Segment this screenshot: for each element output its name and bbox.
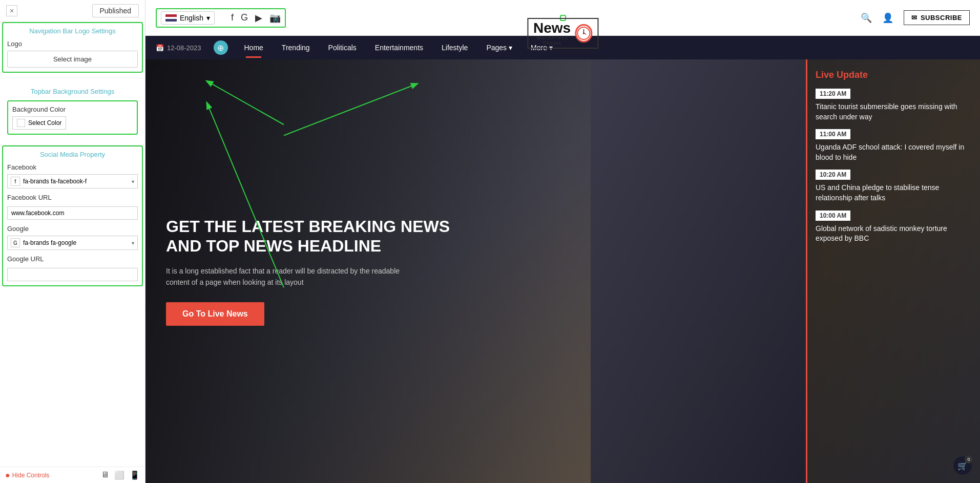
- compass-container: ⊕: [214, 40, 228, 55]
- news-time-2: 11:00 AM: [816, 129, 850, 139]
- nav-date-text: 12-08-2023: [167, 44, 201, 52]
- select-image-button[interactable]: Select image: [7, 51, 138, 68]
- nav-pages-arrow: ▾: [509, 44, 512, 52]
- social-media-section: Social Media Property Facebook f fa-bran…: [2, 145, 143, 286]
- topbar-bg-section: Topbar Background Settings Background Co…: [0, 81, 145, 145]
- facebook-label: Facebook: [7, 163, 138, 171]
- cart-badge[interactable]: 🛒 0: [953, 456, 972, 475]
- hide-controls-dot: ●: [5, 471, 10, 480]
- hero-section: GET THE LATEST BREAKING NEWS AND TOP NEW…: [145, 59, 980, 483]
- facebook-select[interactable]: f fa-brands fa-facebook-f ▾: [7, 174, 138, 188]
- google-select-arrow: ▾: [132, 240, 134, 246]
- nav-date: 📅 12-08-2023: [156, 44, 201, 52]
- flag-icon: [165, 14, 177, 22]
- facebook-icon-box: f: [11, 177, 20, 186]
- close-panel-button[interactable]: ×: [6, 5, 17, 16]
- facebook-select-arrow: ▾: [132, 179, 134, 184]
- hide-controls-button[interactable]: ● Hide Controls: [5, 471, 49, 480]
- social-icons-header: f G ▶ 📷: [231, 12, 281, 24]
- language-selector[interactable]: English ▾: [161, 11, 215, 25]
- tablet-icon[interactable]: ⬜: [114, 470, 124, 480]
- google-select-value: fa-brands fa-google: [23, 239, 76, 246]
- news-item-1: 11:20 AM Titanic tourist submersible goe…: [816, 89, 972, 122]
- color-swatch: [17, 119, 25, 127]
- news-item-2: 11:00 AM Uganda ADF school attack: I cov…: [816, 129, 972, 162]
- social-media-title: Social Media Property: [7, 151, 138, 158]
- lang-social-outline: English ▾ f G ▶ 📷: [156, 8, 286, 28]
- live-update-panel: Live Update 11:20 AM Titanic tourist sub…: [806, 59, 980, 483]
- subscribe-button[interactable]: ✉ SUBSCRIBE: [904, 10, 970, 25]
- lang-label: English: [180, 14, 203, 22]
- facebook-header-icon[interactable]: f: [231, 12, 234, 23]
- logo-subtitle: WordPress Theme: [533, 35, 572, 46]
- youtube-header-icon[interactable]: ▶: [255, 12, 262, 24]
- news-text-4: Global network of sadistic monkey tortur…: [816, 224, 972, 244]
- google-url-input[interactable]: [7, 268, 138, 281]
- nav-trending-label: Trending: [282, 44, 310, 52]
- cart-count: 0: [965, 455, 973, 464]
- logo-outline: News WordPress Theme: [560, 15, 566, 21]
- header-user-icon[interactable]: 👤: [882, 12, 893, 24]
- bg-color-section: Background Color Select Color: [7, 100, 138, 135]
- news-item-4: 10:00 AM Global network of sadistic monk…: [816, 211, 972, 244]
- device-icons-group: 🖥 ⬜ 📱: [101, 470, 140, 480]
- news-time-4: 10:00 AM: [816, 211, 850, 221]
- nav-politicals-label: Politicals: [328, 44, 357, 52]
- nav-item-lifestyle[interactable]: Lifestyle: [432, 37, 477, 58]
- header-right: 🔍 👤 ✉ SUBSCRIBE: [861, 10, 970, 25]
- panel-bottom-bar: ● Hide Controls 🖥 ⬜ 📱: [0, 467, 145, 483]
- subscribe-envelope-icon: ✉: [911, 14, 918, 22]
- nav-item-trending[interactable]: Trending: [273, 37, 319, 58]
- hero-subtitle: It is a long established fact that a rea…: [166, 265, 402, 288]
- hero-title: GET THE LATEST BREAKING NEWS AND TOP NEW…: [166, 217, 473, 256]
- google-label: Google: [7, 225, 138, 233]
- svg-point-3: [583, 32, 585, 34]
- logo-text-block: News WordPress Theme: [533, 21, 572, 46]
- nav-items: Home Trending Politicals Entertainments …: [235, 37, 970, 58]
- left-settings-panel: × Published Navigation Bar Logo Settings…: [0, 0, 145, 483]
- header-search-icon[interactable]: 🔍: [861, 12, 872, 24]
- logo-text: News: [533, 21, 572, 35]
- nav-item-home[interactable]: Home: [235, 37, 273, 58]
- nav-item-pages[interactable]: Pages ▾: [477, 37, 522, 58]
- nav-item-politicals[interactable]: Politicals: [319, 37, 366, 58]
- news-item-3: 10:20 AM US and China pledge to stabilis…: [816, 170, 972, 203]
- site-header: English ▾ f G ▶ 📷 News WordPress Theme: [145, 0, 980, 36]
- news-text-2: Uganda ADF school attack: I covered myse…: [816, 142, 972, 162]
- logo-label: Logo: [7, 40, 138, 48]
- select-color-button[interactable]: Select Color: [12, 116, 66, 130]
- panel-top-bar: × Published: [0, 0, 145, 22]
- topbar-bg-settings-title: Topbar Background Settings: [5, 88, 140, 95]
- instagram-header-icon[interactable]: 📷: [269, 12, 281, 24]
- nav-pages-label: Pages: [486, 44, 507, 52]
- nav-item-entertainments[interactable]: Entertainments: [366, 37, 432, 58]
- lang-arrow: ▾: [206, 14, 210, 22]
- logo-clock-icon: [575, 24, 592, 43]
- facebook-url-input[interactable]: [7, 206, 138, 220]
- site-logo: News WordPress Theme: [527, 18, 598, 49]
- reporter-figure: [591, 59, 806, 483]
- go-to-live-news-button[interactable]: Go To Live News: [166, 302, 264, 326]
- hide-controls-label: Hide Controls: [12, 472, 50, 479]
- facebook-url-label: Facebook URL: [7, 194, 138, 201]
- google-header-icon[interactable]: G: [241, 12, 248, 23]
- compass-icon[interactable]: ⊕: [214, 40, 228, 55]
- news-text-3: US and China pledge to stabilise tense r…: [816, 183, 972, 203]
- nav-logo-settings-title: Navigation Bar Logo Settings: [7, 27, 138, 35]
- google-select[interactable]: G fa-brands fa-google ▾: [7, 236, 138, 250]
- news-text-1: Titanic tourist submersible goes missing…: [816, 102, 972, 122]
- mobile-icon[interactable]: 📱: [130, 470, 140, 480]
- desktop-icon[interactable]: 🖥: [101, 470, 109, 480]
- news-time-3: 10:20 AM: [816, 170, 850, 180]
- published-badge: Published: [92, 4, 139, 17]
- nav-lifestyle-label: Lifestyle: [442, 44, 468, 52]
- nav-entertainments-label: Entertainments: [375, 44, 423, 52]
- hero-content: GET THE LATEST BREAKING NEWS AND TOP NEW…: [145, 59, 494, 483]
- nav-logo-section: Navigation Bar Logo Settings Logo Select…: [2, 22, 143, 73]
- live-update-title: Live Update: [816, 70, 972, 80]
- select-color-label: Select Color: [28, 119, 61, 127]
- bg-color-label: Background Color: [12, 106, 133, 113]
- news-time-1: 11:20 AM: [816, 89, 850, 99]
- nav-home-label: Home: [244, 44, 263, 52]
- main-content-area: English ▾ f G ▶ 📷 News WordPress Theme: [145, 0, 980, 483]
